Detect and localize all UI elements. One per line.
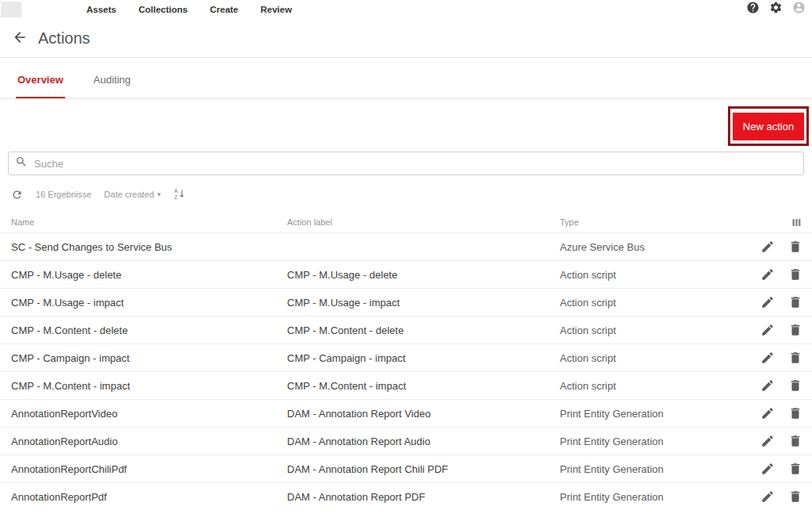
delete-trash-icon[interactable] [788,323,802,337]
edit-pencil-icon[interactable] [760,489,775,504]
row-action-buttons [730,406,802,420]
row-action-buttons [730,434,802,448]
delete-trash-icon[interactable] [788,378,802,393]
action-name-cell: SC - Send Changes to Service Bus [11,241,287,253]
action-label-cell: CMP - M.Content - delete [287,324,560,336]
edit-pencil-icon[interactable] [760,462,775,476]
row-action-buttons [730,462,802,476]
delete-trash-icon[interactable] [788,434,802,448]
table-row[interactable]: AnnotationReportAudio DAM - Annotation R… [0,427,812,455]
search-input[interactable] [34,158,797,170]
action-type-cell: Action script [560,324,730,336]
actions-table-body: SC - Send Changes to Service Bus Azure S… [0,232,812,510]
search-icon [15,155,28,171]
edit-pencil-icon[interactable] [760,295,775,309]
delete-trash-icon[interactable] [788,240,802,254]
nav-item-collections[interactable]: Collections [128,2,199,17]
sort-field-dropdown[interactable]: Date created ▾ [104,190,161,199]
annotation-highlight-box: New action [728,106,809,146]
table-row[interactable]: CMP - Campaign - impact CMP - Campaign -… [0,343,812,371]
delete-trash-icon[interactable] [788,489,802,504]
action-type-cell: Print Entity Generation [560,463,730,475]
action-type-cell: Action script [560,352,730,364]
edit-pencil-icon[interactable] [760,434,775,448]
svg-text:Z: Z [174,194,178,200]
actions-toolbar: New action [0,99,812,152]
app-logo [1,2,21,17]
action-name-cell: CMP - M.Usage - impact [11,297,287,309]
action-name-cell: CMP - Campaign - impact [11,352,287,364]
tab-bar: Overview Auditing [0,58,812,99]
user-avatar-icon[interactable] [792,1,806,14]
caret-down-icon: ▾ [157,190,161,198]
action-label-cell: CMP - M.Usage - delete [287,269,560,281]
action-name-cell: AnnotationReportPdf [11,491,287,503]
table-row[interactable]: CMP - M.Content - impact CMP - M.Content… [0,371,812,399]
edit-pencil-icon[interactable] [760,406,775,420]
search-bar[interactable] [8,152,804,175]
edit-pencil-icon[interactable] [760,267,775,282]
sort-alpha-icon[interactable]: A Z [174,188,186,201]
table-row[interactable]: SC - Send Changes to Service Bus Azure S… [0,232,812,260]
action-type-cell: Action script [560,380,730,392]
settings-gear-icon[interactable] [769,1,783,14]
top-bar-icons [746,1,806,14]
action-type-cell: Action script [560,269,730,281]
action-label-cell: DAM - Annotation Report Audio [287,436,560,447]
table-row[interactable]: CMP - M.Content - delete CMP - M.Content… [0,316,812,343]
actions-table: Name Action label Type SC - Send Changes… [0,212,812,510]
column-header-name[interactable]: Name [11,217,287,227]
column-header-label[interactable]: Action label [287,217,560,227]
action-type-cell: Action script [560,297,730,309]
results-toolbar: 16 Ergebnisse Date created ▾ A Z [11,188,812,201]
row-action-buttons [730,489,802,504]
top-bar: Assets Collections Create Review [0,0,812,19]
column-settings-icon[interactable] [730,217,802,228]
table-row[interactable]: CMP - M.Usage - delete CMP - M.Usage - d… [0,260,812,288]
table-row[interactable]: AnnotationReportVideo DAM - Annotation R… [0,399,812,427]
edit-pencil-icon[interactable] [760,351,775,365]
results-count: 16 Ergebnisse [36,190,91,199]
column-header-type[interactable]: Type [560,217,730,227]
action-type-cell: Azure Service Bus [560,241,730,253]
back-button[interactable] [6,25,33,52]
nav-item-review[interactable]: Review [250,2,304,17]
new-action-button[interactable]: New action [733,113,804,140]
nav-item-create[interactable]: Create [199,2,250,17]
table-header-row: Name Action label Type [0,212,812,232]
row-action-buttons [730,378,802,393]
row-action-buttons [730,323,802,337]
row-action-buttons [730,295,802,309]
action-label-cell: DAM - Annotation Report Chili PDF [287,463,560,475]
page-header: Actions [0,19,812,58]
action-type-cell: Print Entity Generation [560,491,730,503]
arrow-left-icon [12,29,28,48]
row-action-buttons [730,351,802,365]
tab-auditing[interactable]: Auditing [92,74,132,98]
delete-trash-icon[interactable] [788,295,802,309]
delete-trash-icon[interactable] [788,462,802,476]
action-label-cell: CMP - M.Usage - impact [287,297,560,309]
nav-item-assets[interactable]: Assets [75,2,128,17]
action-label-cell: DAM - Annotation Report Video [287,408,560,420]
action-name-cell: CMP - M.Content - delete [11,324,287,336]
tab-overview[interactable]: Overview [16,74,65,98]
action-name-cell: CMP - M.Usage - delete [11,269,287,281]
help-icon[interactable] [746,1,760,14]
action-name-cell: AnnotationReportAudio [11,436,287,447]
refresh-icon[interactable] [11,189,23,201]
edit-pencil-icon[interactable] [760,323,775,337]
edit-pencil-icon[interactable] [760,378,775,393]
edit-pencil-icon[interactable] [760,240,775,254]
delete-trash-icon[interactable] [788,406,802,420]
action-label-cell: CMP - Campaign - impact [287,352,560,364]
delete-trash-icon[interactable] [788,267,802,282]
action-name-cell: AnnotationReportVideo [11,408,287,420]
row-action-buttons [730,267,802,282]
table-row[interactable]: AnnotationReportChiliPdf DAM - Annotatio… [0,455,812,482]
action-label-cell: CMP - M.Content - impact [287,380,560,392]
delete-trash-icon[interactable] [788,351,802,365]
table-row[interactable]: AnnotationReportPdf DAM - Annotation Rep… [0,482,812,510]
table-row[interactable]: CMP - M.Usage - impact CMP - M.Usage - i… [0,288,812,316]
action-type-cell: Print Entity Generation [560,408,730,420]
